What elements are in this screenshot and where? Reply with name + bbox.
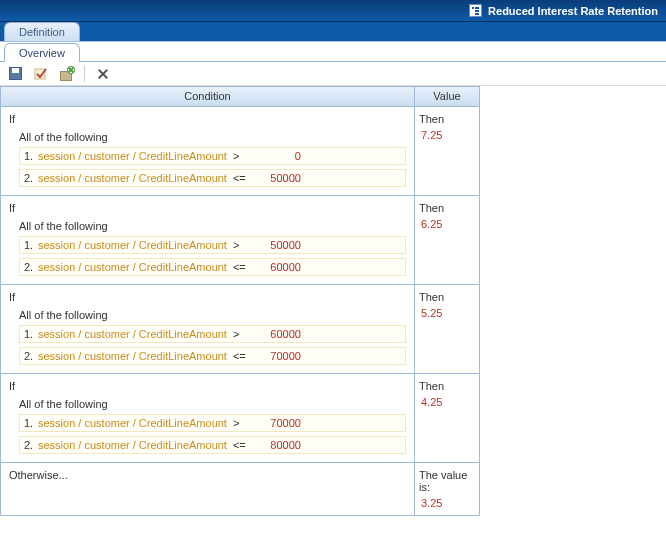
delete-button[interactable] — [93, 65, 111, 83]
table-header: Condition Value — [1, 87, 479, 107]
condition-path[interactable]: session / customer / CreditLineAmount — [38, 328, 227, 340]
tab-overview[interactable]: Overview — [4, 43, 80, 62]
condition-line[interactable]: 1.session / customer / CreditLineAmount>… — [19, 414, 406, 432]
table-row[interactable]: IfAll of the following1.session / custom… — [1, 285, 479, 374]
otherwise-label: Otherwise... — [9, 469, 406, 481]
table-row[interactable]: IfAll of the following1.session / custom… — [1, 107, 479, 196]
condition-number: 2. — [24, 350, 38, 362]
condition-cell[interactable]: IfAll of the following1.session / custom… — [1, 285, 415, 373]
tab-row-bottom: Overview — [0, 42, 666, 62]
condition-value[interactable]: 0 — [255, 150, 305, 162]
then-label: Then — [419, 380, 475, 392]
value-cell[interactable]: Then7.25 — [415, 107, 479, 195]
condition-number: 1. — [24, 150, 38, 162]
condition-cell[interactable]: Otherwise... — [1, 463, 415, 515]
condition-value[interactable]: 50000 — [255, 172, 305, 184]
condition-number: 1. — [24, 328, 38, 340]
value-cell[interactable]: The value is:3.25 — [415, 463, 479, 515]
condition-operator[interactable]: <= — [233, 172, 255, 184]
toolbar — [0, 62, 666, 86]
all-label: All of the following — [19, 309, 406, 321]
value-cell[interactable]: Then5.25 — [415, 285, 479, 373]
if-label: If — [9, 113, 406, 125]
tab-row-top: Definition — [0, 22, 666, 42]
if-label: If — [9, 291, 406, 303]
rules-table: Condition Value IfAll of the following1.… — [0, 86, 480, 516]
condition-operator[interactable]: > — [233, 239, 255, 251]
list-icon — [469, 4, 482, 17]
condition-value[interactable]: 60000 — [255, 328, 305, 340]
delete-icon — [96, 67, 109, 80]
then-value[interactable]: 5.25 — [419, 307, 475, 319]
validate-button[interactable] — [32, 65, 50, 83]
condition-value[interactable]: 80000 — [255, 439, 305, 451]
then-value[interactable]: 7.25 — [419, 129, 475, 141]
condition-line[interactable]: 1.session / customer / CreditLineAmount>… — [19, 147, 406, 165]
condition-value[interactable]: 70000 — [255, 417, 305, 429]
condition-path[interactable]: session / customer / CreditLineAmount — [38, 150, 227, 162]
then-value[interactable]: 6.25 — [419, 218, 475, 230]
otherwise-row[interactable]: Otherwise...The value is:3.25 — [1, 463, 479, 515]
condition-number: 2. — [24, 172, 38, 184]
then-label: Then — [419, 113, 475, 125]
if-label: If — [9, 202, 406, 214]
page-title: Reduced Interest Rate Retention — [488, 5, 658, 17]
condition-value[interactable]: 50000 — [255, 239, 305, 251]
condition-cell[interactable]: IfAll of the following1.session / custom… — [1, 374, 415, 462]
condition-number: 1. — [24, 417, 38, 429]
condition-cell[interactable]: IfAll of the following1.session / custom… — [1, 107, 415, 195]
condition-path[interactable]: session / customer / CreditLineAmount — [38, 172, 227, 184]
condition-value[interactable]: 60000 — [255, 261, 305, 273]
title-bar: Reduced Interest Rate Retention — [0, 0, 666, 22]
condition-number: 1. — [24, 239, 38, 251]
tab-definition[interactable]: Definition — [4, 22, 80, 41]
then-label: Then — [419, 202, 475, 214]
all-label: All of the following — [19, 398, 406, 410]
value-cell[interactable]: Then6.25 — [415, 196, 479, 284]
condition-value[interactable]: 70000 — [255, 350, 305, 362]
condition-operator[interactable]: > — [233, 150, 255, 162]
then-value[interactable]: 4.25 — [419, 396, 475, 408]
value-cell[interactable]: Then4.25 — [415, 374, 479, 462]
add-icon — [60, 67, 74, 81]
condition-line[interactable]: 2.session / customer / CreditLineAmount<… — [19, 347, 406, 365]
condition-line[interactable]: 2.session / customer / CreditLineAmount<… — [19, 169, 406, 187]
condition-operator[interactable]: <= — [233, 439, 255, 451]
condition-line[interactable]: 2.session / customer / CreditLineAmount<… — [19, 258, 406, 276]
condition-line[interactable]: 1.session / customer / CreditLineAmount>… — [19, 236, 406, 254]
condition-operator[interactable]: <= — [233, 350, 255, 362]
condition-path[interactable]: session / customer / CreditLineAmount — [38, 350, 227, 362]
then-label: Then — [419, 291, 475, 303]
toolbar-separator — [84, 66, 85, 82]
condition-path[interactable]: session / customer / CreditLineAmount — [38, 439, 227, 451]
all-label: All of the following — [19, 131, 406, 143]
condition-line[interactable]: 1.session / customer / CreditLineAmount>… — [19, 325, 406, 343]
condition-number: 2. — [24, 261, 38, 273]
add-button[interactable] — [58, 65, 76, 83]
if-label: If — [9, 380, 406, 392]
check-icon — [34, 67, 48, 81]
condition-operator[interactable]: > — [233, 417, 255, 429]
save-button[interactable] — [6, 65, 24, 83]
save-icon — [9, 67, 22, 80]
condition-path[interactable]: session / customer / CreditLineAmount — [38, 417, 227, 429]
table-row[interactable]: IfAll of the following1.session / custom… — [1, 374, 479, 463]
condition-operator[interactable]: > — [233, 328, 255, 340]
condition-cell[interactable]: IfAll of the following1.session / custom… — [1, 196, 415, 284]
column-value: Value — [415, 87, 479, 106]
otherwise-value-prefix: The value is: — [419, 469, 475, 493]
condition-operator[interactable]: <= — [233, 261, 255, 273]
otherwise-value[interactable]: 3.25 — [419, 497, 475, 509]
condition-line[interactable]: 2.session / customer / CreditLineAmount<… — [19, 436, 406, 454]
condition-number: 2. — [24, 439, 38, 451]
all-label: All of the following — [19, 220, 406, 232]
condition-path[interactable]: session / customer / CreditLineAmount — [38, 239, 227, 251]
condition-path[interactable]: session / customer / CreditLineAmount — [38, 261, 227, 273]
table-row[interactable]: IfAll of the following1.session / custom… — [1, 196, 479, 285]
column-condition: Condition — [1, 87, 415, 106]
